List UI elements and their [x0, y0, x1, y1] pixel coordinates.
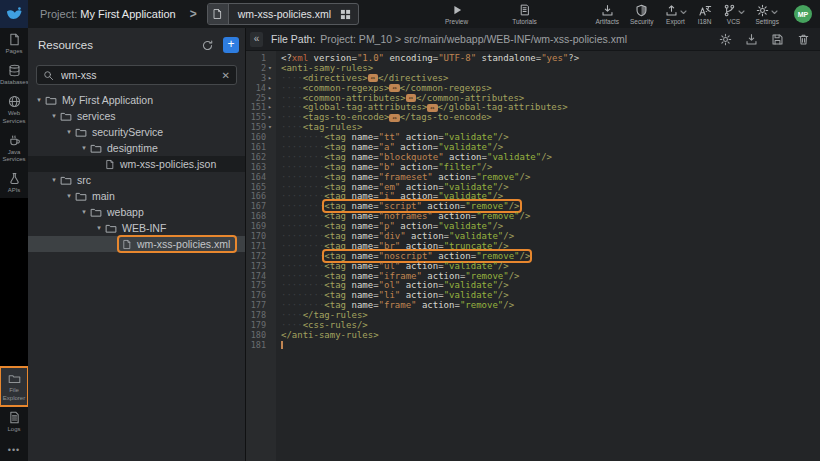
sidebar-item-databases[interactable]: Databases [0, 59, 28, 90]
fold-caret-icon [268, 341, 276, 351]
artifacts-icon [601, 3, 614, 17]
fold-caret-icon[interactable]: ▸ [268, 113, 276, 123]
resources-panel: Resources + ✕ ▾My First Application▾serv… [28, 28, 246, 461]
more-options-icon[interactable]: ••• [8, 437, 20, 461]
tree-expand-caret-icon[interactable]: ▾ [64, 192, 74, 200]
file-tree: ▾My First Application▾services▾securityS… [28, 90, 245, 461]
settings-button[interactable]: Settings [756, 3, 780, 25]
collapse-panel-icon[interactable]: « [250, 32, 263, 47]
chevron-right-icon: > [190, 7, 197, 21]
fold-caret-icon[interactable]: ▸ [268, 74, 276, 84]
fold-caret-icon [268, 183, 276, 193]
preview-button[interactable]: Preview [445, 3, 468, 25]
chevron-down-icon [738, 10, 745, 15]
project-name[interactable]: My First Application [80, 8, 175, 20]
tree-item-label: services [77, 110, 116, 122]
fold-caret-icon[interactable]: ▸ [268, 84, 276, 94]
folder-icon [8, 372, 21, 385]
logs-icon [8, 411, 21, 424]
folder-icon [75, 190, 87, 202]
tree-item[interactable]: ▾src [28, 172, 245, 188]
fold-widget-icon[interactable]: ↔ [368, 74, 378, 82]
code-line-181[interactable]: 181 [246, 341, 820, 351]
code-editor: « File Path: Project: PM_10 > src/main/w… [246, 28, 820, 461]
search-input[interactable] [59, 68, 217, 82]
fold-widget-icon[interactable]: ↔ [389, 114, 399, 122]
tree-item[interactable]: wm-xss-policies.xml [28, 236, 245, 252]
sidebar-item-web-services[interactable]: Web Services [0, 90, 28, 128]
file-icon [122, 239, 132, 250]
fold-caret-icon[interactable]: ▾ [268, 64, 276, 74]
line-number: 181 [246, 341, 268, 351]
editor-settings-gear-icon[interactable] [719, 33, 732, 46]
vcs-button[interactable]: VCS [723, 3, 745, 25]
tree-item[interactable]: ▾services [28, 108, 245, 124]
tutorials-button[interactable]: Tutorials [512, 3, 537, 25]
sidebar-item-logs[interactable]: Logs [0, 406, 28, 437]
search-box[interactable]: ✕ [36, 65, 237, 85]
tree-item-label: src [77, 174, 91, 186]
tree-item[interactable]: ▾designtime [28, 140, 245, 156]
tree-item-label: webapp [107, 206, 144, 218]
tree-item[interactable]: ▾WEB-INF [28, 220, 245, 236]
book-icon [519, 3, 531, 17]
fold-widget-icon[interactable]: ↔ [427, 104, 437, 112]
sidebar-item-java-services[interactable]: Java Services [0, 129, 28, 167]
fold-widget-icon[interactable]: ↔ [406, 94, 416, 102]
code-line-180[interactable]: 180</anti-samy-rules> [246, 331, 820, 341]
code-text [276, 341, 820, 351]
tab-wm-xss-policies[interactable]: wm-xss-policies.xml [207, 3, 359, 25]
artifacts-button[interactable]: Artifacts [596, 3, 619, 25]
fold-caret-icon[interactable]: ▾ [268, 123, 276, 133]
avatar[interactable]: MP [794, 5, 812, 23]
highlight-box: <tag name="script" action="remove"/> [324, 201, 519, 211]
sidebar-item-pages[interactable]: Pages [0, 28, 28, 59]
app-logo[interactable] [0, 0, 28, 28]
flask-icon [8, 172, 21, 185]
fold-caret-icon [268, 133, 276, 143]
tree-item-label: WEB-INF [122, 222, 166, 234]
tree-expand-caret-icon[interactable]: ▾ [79, 144, 89, 152]
fold-caret-icon[interactable]: ▸ [268, 94, 276, 104]
coffee-icon [8, 134, 21, 147]
i18n-button[interactable]: I18N [698, 3, 712, 25]
export-button[interactable]: Export [665, 3, 687, 25]
branch-icon [723, 4, 736, 17]
tree-item[interactable]: ▾main [28, 188, 245, 204]
tree-expand-caret-icon[interactable]: ▾ [34, 96, 44, 104]
search-icon [43, 70, 54, 81]
clear-search-icon[interactable]: ✕ [222, 70, 230, 81]
security-button[interactable]: Security [630, 3, 653, 25]
download-icon[interactable] [745, 33, 758, 46]
fold-widget-icon[interactable]: ↔ [389, 84, 399, 92]
preview-label: Preview [445, 18, 468, 25]
sidebar-item-apis[interactable]: APIs [0, 167, 28, 198]
fold-caret-icon [268, 301, 276, 311]
tree-item[interactable]: wm-xss-policies.json [28, 156, 245, 172]
fold-caret-icon[interactable]: ▸ [268, 103, 276, 113]
save-icon[interactable] [771, 33, 784, 46]
tree-item[interactable]: ▾webapp [28, 204, 245, 220]
add-resource-button[interactable]: + [223, 37, 239, 53]
folder-icon [75, 126, 87, 138]
tree-item[interactable]: ▾securityService [28, 124, 245, 140]
tree-item-label: main [92, 190, 115, 202]
tree-item[interactable]: ▾My First Application [28, 92, 245, 108]
fold-caret-icon [268, 311, 276, 321]
tree-expand-caret-icon[interactable]: ▾ [49, 112, 59, 120]
fold-caret-icon [268, 212, 276, 222]
tree-expand-caret-icon[interactable]: ▾ [94, 224, 104, 232]
refresh-icon[interactable] [201, 39, 214, 52]
fold-caret-icon [268, 262, 276, 272]
rail-divider [0, 198, 28, 367]
tree-expand-caret-icon[interactable]: ▾ [79, 208, 89, 216]
breadcrumb: Project:My First Application [40, 8, 176, 20]
translate-icon [698, 3, 712, 17]
tree-expand-caret-icon[interactable]: ▾ [49, 176, 59, 184]
code-area[interactable]: 1<?xml version="1.0" encoding="UTF-8" st… [246, 51, 820, 461]
delete-icon[interactable] [797, 33, 810, 46]
sidebar-item-file-explorer[interactable]: File Explorer [0, 367, 28, 405]
tree-expand-caret-icon[interactable]: ▾ [64, 128, 74, 136]
wavemaker-logo-icon [4, 4, 24, 24]
grid-icon[interactable] [340, 9, 358, 20]
